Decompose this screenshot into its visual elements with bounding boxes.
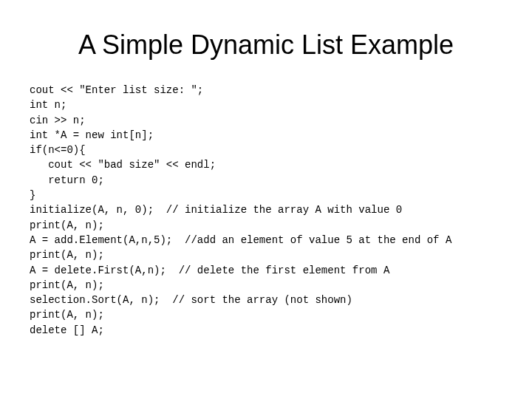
code-block: cout << "Enter list size: "; int n; cin … bbox=[30, 83, 502, 338]
code-line: cout << "Enter list size: "; bbox=[30, 84, 203, 96]
code-line: print(A, n); bbox=[30, 219, 104, 231]
code-line: delete [] A; bbox=[30, 324, 104, 336]
code-line: cin >> n; bbox=[30, 115, 86, 126]
page-title: A Simple Dynamic List Example bbox=[30, 30, 502, 61]
code-line: A = delete.First(A,n); // delete the fir… bbox=[30, 265, 389, 276]
slide: A Simple Dynamic List Example cout << "E… bbox=[0, 0, 532, 399]
code-line: selection.Sort(A, n); // sort the array … bbox=[30, 294, 352, 306]
code-line: cout << "bad size" << endl; bbox=[30, 159, 216, 171]
code-line: if(n<=0){ bbox=[30, 144, 86, 156]
code-line: print(A, n); bbox=[30, 279, 104, 291]
code-line: } bbox=[30, 189, 35, 201]
code-line: A = add.Element(A,n,5); //add an element… bbox=[30, 234, 451, 246]
code-line: return 0; bbox=[30, 174, 104, 186]
code-line: print(A, n); bbox=[30, 309, 104, 321]
code-line: int n; bbox=[30, 99, 66, 111]
code-line: print(A, n); bbox=[30, 249, 104, 261]
code-line: int *A = new int[n]; bbox=[30, 129, 154, 141]
code-line: initialize(A, n, 0); // initialize the a… bbox=[30, 204, 402, 216]
